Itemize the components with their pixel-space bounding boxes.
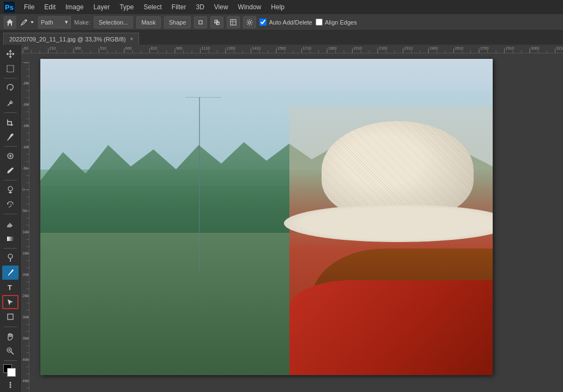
svg-text:3210: 3210 — [556, 46, 564, 50]
edit-toolbar-button[interactable] — [2, 378, 19, 392]
auto-add-delete-label: Auto Add/Delete — [269, 19, 312, 26]
history-brush-tool[interactable] — [2, 197, 19, 212]
tool-separator-5 — [4, 214, 17, 214]
color-swatches[interactable] — [2, 363, 19, 377]
toolbar: T — [0, 45, 21, 392]
menu-layer[interactable]: Layer — [89, 1, 114, 13]
hand-tool[interactable] — [2, 329, 19, 343]
clone-stamp-tool[interactable] — [2, 183, 19, 197]
brush-tool[interactable] — [2, 164, 19, 178]
menu-3d[interactable]: 3D — [191, 1, 208, 13]
menu-bar: Ps File Edit Image Layer Type Select Fil… — [0, 0, 563, 14]
crop-tool[interactable] — [2, 115, 19, 129]
shape-button[interactable]: Shape — [164, 16, 191, 28]
home-button[interactable] — [3, 16, 16, 29]
eyedropper-tool[interactable] — [2, 130, 19, 144]
tab-filename: 20220709_20_11_11.jpg @ 33,3% (RGB/8) — [9, 36, 126, 43]
svg-rect-17 — [8, 314, 13, 319]
zoom-tool[interactable] — [2, 344, 19, 358]
svg-rect-3 — [199, 21, 202, 24]
ruler-vertical: -300-250-200-150-100-5005010015020025030… — [21, 62, 29, 392]
svg-text:-300: -300 — [22, 62, 29, 64]
svg-line-19 — [11, 352, 14, 354]
selection-button[interactable]: Selection... — [94, 16, 133, 28]
tab-bar: 20220709_20_11_11.jpg @ 33,3% (RGB/8) × — [0, 31, 563, 45]
menu-window[interactable]: Window — [234, 1, 266, 13]
svg-text:510: 510 — [100, 46, 107, 50]
move-tool[interactable] — [2, 47, 19, 61]
svg-text:350: 350 — [22, 336, 29, 340]
svg-text:0: 0 — [22, 188, 25, 191]
mask-button[interactable]: Mask — [136, 16, 160, 28]
svg-point-2 — [26, 19, 27, 21]
tool-separator-4 — [4, 180, 17, 180]
svg-text:Ps: Ps — [5, 3, 14, 11]
tool-separator-1 — [4, 78, 17, 79]
shape-tool[interactable] — [2, 310, 19, 324]
svg-text:-100: -100 — [22, 145, 29, 149]
svg-text:450: 450 — [22, 379, 29, 383]
tab-close-button[interactable]: × — [130, 36, 134, 42]
dodge-tool[interactable] — [2, 251, 19, 265]
svg-text:660: 660 — [125, 46, 132, 50]
svg-text:1860: 1860 — [328, 46, 337, 50]
hat — [302, 91, 493, 242]
svg-point-24 — [9, 387, 11, 388]
tool-separator-7 — [4, 327, 17, 327]
canvas-area: 6021036051066081096011101260141015601710… — [21, 45, 563, 392]
svg-text:2010: 2010 — [354, 46, 362, 50]
gradient-tool[interactable] — [2, 232, 19, 246]
menu-file[interactable]: File — [20, 1, 39, 13]
add-anchor-icon[interactable] — [194, 16, 207, 28]
app-logo: Ps — [2, 0, 16, 14]
magic-wand-tool[interactable] — [2, 95, 19, 110]
background-color[interactable] — [7, 368, 16, 377]
svg-text:210: 210 — [50, 46, 56, 50]
svg-text:-50: -50 — [22, 166, 28, 170]
path-combine-icon[interactable] — [210, 16, 223, 28]
pen-tool[interactable] — [2, 266, 19, 280]
lasso-tool[interactable] — [2, 81, 19, 95]
auto-add-delete-group: Auto Add/Delete — [259, 19, 312, 26]
menu-edit[interactable]: Edit — [40, 1, 60, 13]
svg-point-15 — [8, 254, 13, 258]
path-selection-tool[interactable] — [2, 295, 19, 309]
menu-filter[interactable]: Filter — [167, 1, 191, 13]
svg-text:200: 200 — [22, 273, 29, 276]
spot-healing-tool[interactable] — [2, 149, 19, 163]
main-layout: T — [0, 45, 563, 392]
tool-separator-2 — [4, 112, 17, 113]
svg-rect-10 — [7, 65, 14, 72]
menu-type[interactable]: Type — [115, 1, 138, 13]
options-bar: Path ▾ Make: Selection... Mask Shape Aut… — [0, 14, 563, 31]
svg-rect-6 — [231, 20, 236, 25]
menu-select[interactable]: Select — [139, 1, 166, 13]
svg-text:2460: 2460 — [429, 46, 438, 50]
path-geometry-icon[interactable] — [227, 16, 240, 28]
svg-text:100: 100 — [22, 230, 29, 234]
svg-point-23 — [9, 384, 11, 386]
auto-add-delete-checkbox[interactable] — [259, 19, 267, 26]
document-tab[interactable]: 20220709_20_11_11.jpg @ 33,3% (RGB/8) × — [3, 33, 139, 45]
svg-point-22 — [9, 382, 11, 384]
hat-brim — [284, 204, 493, 243]
svg-point-9 — [249, 21, 251, 23]
pen-options-icon — [20, 18, 28, 27]
svg-text:1710: 1710 — [303, 46, 312, 50]
marquee-tool[interactable] — [2, 62, 19, 76]
align-edges-group: Align Edges — [316, 19, 357, 26]
path-mode-dropdown[interactable]: Path ▾ — [38, 16, 71, 28]
canvas-content[interactable] — [29, 53, 563, 392]
tool-separator-6 — [4, 248, 17, 249]
svg-text:1110: 1110 — [202, 46, 210, 50]
align-edges-checkbox[interactable] — [316, 19, 323, 26]
svg-text:-250: -250 — [22, 81, 29, 85]
menu-view[interactable]: View — [210, 1, 233, 13]
svg-text:1260: 1260 — [227, 46, 235, 50]
settings-icon[interactable] — [243, 16, 256, 28]
menu-help[interactable]: Help — [267, 1, 289, 13]
type-tool[interactable]: T — [2, 280, 19, 294]
eraser-tool[interactable] — [2, 216, 19, 231]
svg-text:T: T — [8, 284, 12, 292]
menu-image[interactable]: Image — [61, 1, 88, 13]
